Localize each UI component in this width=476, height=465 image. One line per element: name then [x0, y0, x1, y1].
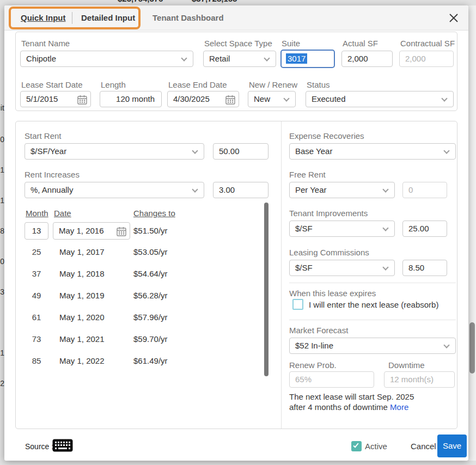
status-dropdown[interactable]: Executed: [306, 91, 454, 107]
space-type-dropdown[interactable]: Retail: [203, 51, 276, 67]
market-forecast-label: Market Forecast: [289, 326, 348, 335]
start-rent-amount-input[interactable]: 50.00: [213, 143, 268, 160]
background-fragment: 01: [0, 196, 4, 205]
rent-increases-unit-dropdown[interactable]: %, Annually: [25, 182, 204, 198]
chevron-down-icon: [181, 55, 187, 61]
actual-sf-label: Actual SF: [343, 39, 378, 48]
suite-label: Suite: [282, 39, 300, 48]
tab-tenant-dashboard[interactable]: Tenant Dashboard: [152, 13, 224, 22]
background-fragment: 00: [0, 257, 4, 266]
chevron-down-icon: [382, 225, 388, 231]
background-spreadsheet-value: $37,728,165: [192, 0, 237, 3]
tenant-basics-card: Tenant Name Chipotle Select Space Type R…: [15, 32, 457, 111]
tenant-name-label: Tenant Name: [21, 39, 70, 48]
rent-increases-amount-input[interactable]: 3.00: [213, 182, 268, 198]
reabsorb-checkbox-label: I will enter the next lease (reabsorb): [309, 300, 438, 309]
column-divider: [281, 121, 282, 429]
calendar-icon[interactable]: [116, 226, 127, 237]
tenant-name-dropdown[interactable]: Chipotle: [20, 51, 193, 67]
new-renew-dropdown[interactable]: New: [248, 91, 296, 107]
schedule-date-input[interactable]: May 1, 2016: [53, 222, 130, 240]
save-button[interactable]: Save: [437, 435, 467, 457]
schedule-scrollbar-thumb[interactable]: [264, 203, 268, 376]
background-fragment: 01: [0, 348, 4, 357]
reabsorb-checkbox[interactable]: [292, 299, 303, 310]
market-forecast-dropdown[interactable]: $52 In-line: [289, 338, 456, 354]
background-fragment: uit: [0, 103, 4, 112]
column-header-date: Date: [54, 209, 71, 218]
chevron-down-icon: [192, 148, 198, 154]
start-rent-unit-value: $/SF/Year: [30, 146, 66, 156]
calendar-icon[interactable]: [225, 94, 236, 105]
table-row[interactable]: 73 May 1, 2021 $59.70/yr: [16, 329, 266, 351]
schedule-month: 85: [25, 356, 48, 365]
free-rent-dropdown[interactable]: Per Year: [289, 182, 395, 198]
lease-end-label: Lease End Date: [168, 80, 227, 89]
lease-end-input[interactable]: 4/30/2025: [167, 91, 239, 107]
schedule-date-value: May 1, 2016: [59, 226, 104, 235]
lease-expires-label: When this lease expires: [289, 289, 376, 298]
tenant-improvements-value: $/SF: [295, 224, 313, 233]
leasing-commissions-dropdown[interactable]: $/SF: [289, 260, 395, 276]
more-link[interactable]: More: [390, 402, 408, 412]
dialog-tab-bar: Quick Input Detailed Input Tenant Dashbo…: [4, 5, 468, 30]
status-value: Executed: [312, 94, 346, 103]
tab-detailed-input[interactable]: Detailed Input: [81, 13, 135, 22]
active-checkbox[interactable]: [351, 441, 362, 451]
background-fragment: 348: [0, 227, 4, 235]
rent-increases-unit-value: %, Annually: [30, 185, 73, 194]
schedule-date: May 1, 2019: [59, 291, 105, 300]
table-row[interactable]: 49 May 1, 2019 $56.28/yr: [16, 285, 266, 307]
length-input[interactable]: 120 month: [100, 91, 162, 107]
chevron-down-icon: [443, 342, 449, 348]
expense-recoveries-label: Expense Recoveries: [289, 131, 364, 140]
tenant-improvements-amount-input[interactable]: 25.00: [402, 221, 447, 237]
tenant-input-dialog: Quick Input Detailed Input Tenant Dashbo…: [4, 5, 468, 461]
lease-end-value: 4/30/2025: [173, 94, 210, 103]
column-header-changes-to: Changes to: [133, 209, 175, 218]
schedule-date: May 1, 2022: [59, 356, 105, 365]
space-type-value: Retail: [209, 54, 230, 63]
chevron-down-icon: [192, 186, 198, 192]
cancel-button[interactable]: Cancel: [411, 442, 436, 451]
next-lease-note-line1: The next lease will start Sep. 2025: [289, 392, 414, 401]
schedule-date: May 1, 2020: [59, 313, 105, 322]
market-forecast-value: $52 In-line: [295, 341, 333, 350]
leasing-commissions-amount-input[interactable]: 8.50: [402, 260, 447, 276]
tenant-improvements-dropdown[interactable]: $/SF: [289, 221, 395, 237]
close-icon[interactable]: [448, 12, 460, 24]
table-row[interactable]: 37 May 1, 2018 $54.64/yr: [16, 264, 266, 285]
table-row[interactable]: 25 May 1, 2017 $53.05/yr: [16, 242, 266, 264]
new-renew-label: New / Renew: [249, 80, 297, 89]
tab-quick-input[interactable]: Quick Input: [21, 13, 66, 22]
leasing-commissions-label: Leasing Commissions: [289, 248, 369, 257]
next-lease-note-line2: after 4 months of downtime More: [289, 402, 408, 412]
column-header-month: Month: [26, 209, 48, 218]
table-row[interactable]: 61 May 1, 2020 $57.96/yr: [16, 307, 266, 329]
section-divider: [289, 320, 456, 320]
actual-sf-input[interactable]: 2,000: [341, 51, 393, 67]
table-row[interactable]: 85 May 1, 2022 $61.49/yr: [16, 351, 266, 372]
expense-recoveries-value: Base Year: [295, 146, 332, 156]
calendar-icon[interactable]: [77, 94, 88, 105]
next-lease-note-text: after 4 months of downtime: [289, 402, 388, 412]
start-rent-unit-dropdown[interactable]: $/SF/Year: [25, 143, 204, 160]
length-label: Length: [101, 80, 126, 89]
schedule-month-input[interactable]: 13: [25, 222, 48, 240]
schedule-changes-to: $57.96/yr: [133, 313, 168, 322]
free-rent-label: Free Rent: [289, 170, 326, 179]
chevron-down-icon: [443, 148, 449, 154]
screen: $23,764,376 $37,728,165 uit0010134800030…: [0, 0, 476, 465]
suite-selected-text: 3017: [286, 53, 307, 64]
lease-start-label: Lease Start Date: [21, 80, 83, 89]
schedule-month: 25: [25, 247, 48, 256]
lease-start-input[interactable]: 5/1/2015: [20, 91, 91, 107]
chevron-down-icon: [382, 186, 388, 192]
tenant-improvements-label: Tenant Improvements: [289, 209, 368, 218]
suite-input[interactable]: 3017: [280, 50, 335, 68]
contractual-sf-input: 2,000: [399, 51, 454, 67]
expense-recoveries-dropdown[interactable]: Base Year: [289, 143, 456, 160]
page-scrollbar-thumb[interactable]: [469, 322, 475, 374]
schedule-date: May 1, 2021: [59, 334, 105, 344]
rent-schedule-rows: 25 May 1, 2017 $53.05/yr 37 May 1, 2018 …: [16, 242, 266, 372]
